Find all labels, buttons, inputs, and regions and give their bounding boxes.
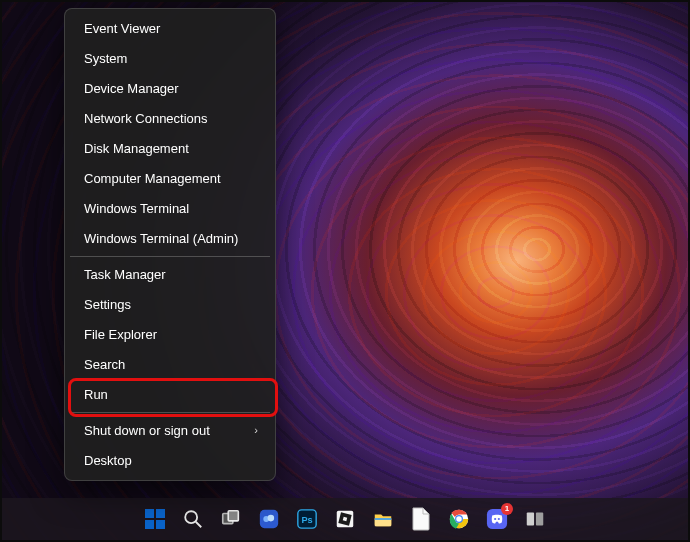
svg-rect-17 [375,518,392,520]
menu-disk-management[interactable]: Disk Management [70,134,270,163]
start-button[interactable] [142,506,168,532]
menu-settings[interactable]: Settings [70,290,270,319]
menu-item-label: Network Connections [84,112,208,125]
svg-rect-25 [536,513,543,526]
widgets-button[interactable] [256,506,282,532]
menu-item-label: Windows Terminal [84,202,189,215]
menu-file-explorer[interactable]: File Explorer [70,320,270,349]
menu-task-manager[interactable]: Task Manager [70,260,270,289]
menu-item-label: Run [84,388,108,401]
document-icon[interactable] [408,506,434,532]
menu-item-label: Windows Terminal (Admin) [84,232,238,245]
menu-separator [70,412,270,413]
menu-computer-management[interactable]: Computer Management [70,164,270,193]
svg-point-22 [494,518,496,520]
menu-item-label: Settings [84,298,131,311]
menu-item-label: Shut down or sign out [84,424,210,437]
menu-item-label: Disk Management [84,142,189,155]
menu-search[interactable]: Search [70,350,270,379]
menu-network-connections[interactable]: Network Connections [70,104,270,133]
chevron-right-icon: › [254,425,258,436]
menu-item-label: Search [84,358,125,371]
app-icon[interactable] [522,506,548,532]
svg-rect-2 [145,520,154,529]
svg-line-5 [196,522,202,528]
svg-text:Ps: Ps [301,515,312,525]
menu-item-label: Device Manager [84,82,179,95]
menu-item-label: Desktop [84,454,132,467]
photoshop-icon[interactable]: Ps [294,506,320,532]
menu-item-label: Task Manager [84,268,166,281]
task-view-button[interactable] [218,506,244,532]
desktop-wallpaper: Event ViewerSystemDevice ManagerNetwork … [0,0,690,542]
svg-rect-1 [156,509,165,518]
menu-item-label: Computer Management [84,172,221,185]
roblox-icon[interactable] [332,506,358,532]
menu-desktop[interactable]: Desktop [70,446,270,475]
menu-windows-terminal[interactable]: Windows Terminal [70,194,270,223]
menu-device-manager[interactable]: Device Manager [70,74,270,103]
notification-badge: 1 [501,503,513,515]
menu-item-label: Event Viewer [84,22,160,35]
menu-windows-terminal-admin[interactable]: Windows Terminal (Admin) [70,224,270,253]
menu-system[interactable]: System [70,44,270,73]
svg-rect-24 [527,513,534,526]
file-explorer-icon[interactable] [370,506,396,532]
svg-point-10 [268,515,275,522]
menu-separator [70,256,270,257]
discord-icon[interactable]: 1 [484,506,510,532]
taskbar: Ps1 [2,498,688,540]
menu-shutdown-signout[interactable]: Shut down or sign out› [70,416,270,445]
menu-run[interactable]: Run [70,380,270,409]
svg-point-20 [456,516,462,522]
svg-rect-3 [156,520,165,529]
menu-item-label: File Explorer [84,328,157,341]
menu-event-viewer[interactable]: Event Viewer [70,14,270,43]
menu-item-label: System [84,52,127,65]
chrome-icon[interactable] [446,506,472,532]
svg-rect-7 [228,511,238,521]
svg-point-4 [185,511,197,523]
power-user-menu: Event ViewerSystemDevice ManagerNetwork … [64,8,276,481]
svg-point-23 [498,518,500,520]
svg-rect-0 [145,509,154,518]
search-button[interactable] [180,506,206,532]
